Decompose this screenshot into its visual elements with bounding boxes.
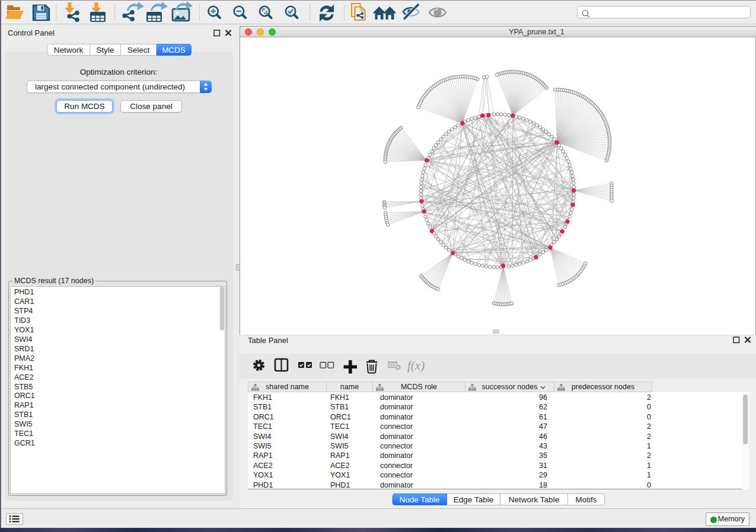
svg-text:f(x): f(x) (407, 358, 425, 373)
